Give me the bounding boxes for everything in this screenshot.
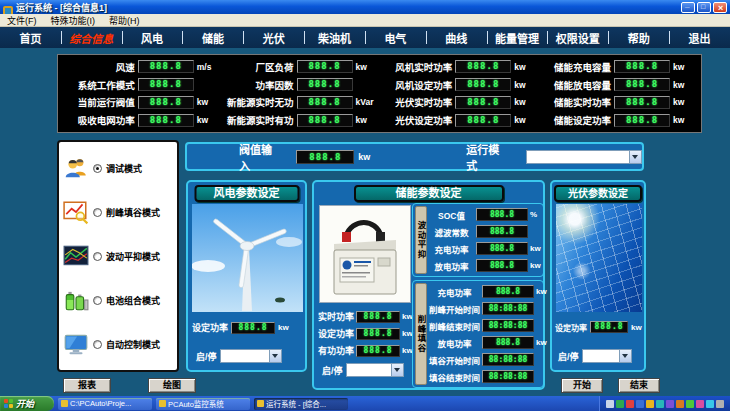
start-button[interactable]: 开始	[561, 378, 603, 393]
setting-led[interactable]: 888.8	[482, 285, 534, 298]
peak-valley-group: 削峰填谷 充电功率 888.8 kw 削峰开始时间 88:88:88	[412, 280, 544, 388]
pv-set-power-input[interactable]: 888.8	[590, 321, 628, 333]
metric-label: 新能源实时无功	[223, 95, 294, 109]
setting-led[interactable]: 888.8	[482, 336, 534, 349]
setting-led[interactable]: 888.8	[476, 225, 528, 238]
report-button[interactable]: 报表	[63, 378, 111, 393]
tray-icon[interactable]	[696, 400, 704, 408]
setting-led[interactable]: 888.8	[476, 208, 528, 221]
setting-led[interactable]: 88:88:88	[482, 353, 534, 366]
tray-icon[interactable]	[626, 400, 634, 408]
setting-led[interactable]: 888.8	[476, 259, 528, 272]
task-items: C:\PCAuto\Proje... PCAuto监控系统 运行系统 - [综合…	[54, 398, 348, 410]
nav-tab[interactable]: 权限设置	[547, 27, 608, 48]
mode-option-battery-combo[interactable]: 电池组合模式	[61, 278, 175, 322]
setting-label: 放电功率	[429, 337, 480, 349]
pv-set-power-label: 设定功率	[555, 322, 587, 333]
restore-button[interactable]	[697, 2, 711, 13]
tray-icon[interactable]	[666, 400, 674, 408]
menu-item[interactable]: 特殊功能(I)	[44, 14, 103, 27]
chevron-down-icon[interactable]	[391, 364, 403, 376]
tray-icon[interactable]	[656, 400, 664, 408]
wind-startstop-select[interactable]	[220, 349, 282, 363]
storage-row-led[interactable]: 888.8	[356, 311, 400, 323]
nav-tab[interactable]: 退出	[669, 27, 730, 48]
nav-tab[interactable]: 储能	[182, 27, 243, 48]
pv-startstop-select[interactable]	[582, 349, 632, 363]
menu-item[interactable]: 文件(F)	[0, 14, 44, 27]
taskbar-item[interactable]: PCAuto监控系统	[156, 398, 250, 410]
tray-icon[interactable]	[616, 400, 624, 408]
storage-row-label: 实时功率	[318, 310, 354, 323]
led-readout: 888.8	[297, 96, 353, 109]
nav-tab[interactable]: 首页	[0, 27, 61, 48]
mode-option-peak-shaving[interactable]: 削峰填谷模式	[61, 190, 175, 234]
radio-battery-combo[interactable]	[93, 296, 102, 305]
start-menu-button[interactable]: 开始	[0, 396, 54, 411]
nav-tab[interactable]: 光伏	[243, 27, 304, 48]
users-icon	[63, 155, 89, 181]
tray-icon[interactable]	[706, 400, 714, 408]
nav-tab[interactable]: 电气	[365, 27, 426, 48]
chevron-down-icon[interactable]	[269, 350, 281, 362]
storage-startstop-select[interactable]	[346, 363, 404, 377]
threshold-input[interactable]: 888.8	[296, 150, 354, 164]
storage-row-led[interactable]: 888.8	[356, 345, 400, 357]
setting-unit: kw	[536, 338, 547, 347]
led-readout: 888.8	[297, 60, 353, 73]
mode-option-smoothing[interactable]: 波动平抑模式	[61, 234, 175, 278]
nav-tab[interactable]: 曲线	[426, 27, 487, 48]
nav-tab[interactable]: 能量管理	[487, 27, 548, 48]
mode-option-auto-control[interactable]: 自动控制模式	[61, 322, 175, 366]
storage-panel: 储能参数设定 实时功率 8	[312, 180, 545, 390]
nav-tab[interactable]: 帮助	[608, 27, 669, 48]
taskbar-item-label: 运行系统 - [综合...	[266, 398, 326, 409]
setting-led[interactable]: 88:88:88	[482, 319, 534, 332]
minimize-button[interactable]	[681, 2, 695, 13]
radio-peak-shaving[interactable]	[93, 208, 102, 217]
setting-led[interactable]: 88:88:88	[482, 302, 534, 315]
setting-led[interactable]: 888.8	[476, 242, 528, 255]
nav-tab[interactable]: 综合信息	[61, 27, 122, 48]
taskbar-item[interactable]: 运行系统 - [综合...	[254, 398, 348, 410]
menu-item[interactable]: 帮助(H)	[102, 14, 147, 27]
peak-valley-group-label: 削峰填谷	[415, 283, 427, 385]
radio-debug[interactable]	[93, 164, 102, 173]
end-button[interactable]: 结束	[618, 378, 660, 393]
tray-icon[interactable]	[686, 400, 694, 408]
metric-label: 当前运行阀值	[64, 95, 135, 109]
taskbar-item[interactable]: C:\PCAuto\Proje...	[58, 398, 152, 410]
setting-led[interactable]: 88:88:88	[482, 370, 534, 383]
tray-icon[interactable]	[646, 400, 654, 408]
metric-label: 光伏设定功率	[382, 113, 453, 127]
storage-row-led[interactable]: 888.8	[356, 328, 400, 340]
nav-tab[interactable]: 柴油机	[304, 27, 365, 48]
tray-icon[interactable]	[676, 400, 684, 408]
radio-smoothing[interactable]	[93, 252, 102, 261]
run-mode-select[interactable]	[526, 150, 642, 164]
mode-option-debug[interactable]: 调试模式	[61, 146, 175, 190]
led-readout: 888.8	[614, 114, 670, 127]
chevron-down-icon[interactable]	[619, 350, 631, 362]
pv-startstop-label: 启/停	[558, 350, 579, 363]
tray-icon[interactable]	[716, 400, 724, 408]
led-readout: 888.8	[614, 60, 670, 73]
wind-set-power-input[interactable]: 888.8	[231, 322, 275, 334]
start-label: 开始	[16, 397, 34, 410]
draw-button[interactable]: 绘图	[148, 378, 196, 393]
menu-bar: 文件(F)特殊功能(I)帮助(H)	[0, 14, 730, 27]
tray-icon[interactable]	[636, 400, 644, 408]
metric-label: 系统工作模式	[64, 78, 135, 92]
metric-unit: kw	[673, 80, 695, 90]
metric-unit: kw	[197, 97, 219, 107]
threshold-bar: 阀值输入 888.8 kw 运行模式	[185, 142, 644, 171]
close-button[interactable]	[713, 2, 727, 13]
metric-label: 储能放电容量	[540, 78, 611, 92]
radio-auto-control[interactable]	[93, 340, 102, 349]
nav-tab[interactable]: 风电	[122, 27, 183, 48]
setting-unit: %	[530, 210, 541, 219]
chevron-down-icon[interactable]	[629, 151, 641, 163]
tray-icon[interactable]	[606, 400, 614, 408]
chart-search-icon	[63, 199, 89, 225]
taskbar-item-icon	[61, 400, 68, 407]
